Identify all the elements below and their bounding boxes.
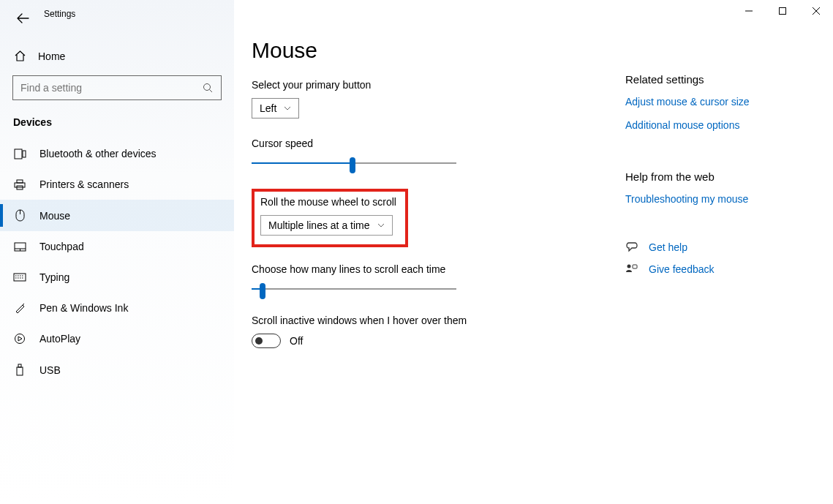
search-input[interactable] — [20, 82, 195, 94]
svg-rect-7 — [23, 151, 26, 157]
scroll-mode-dropdown[interactable]: Multiple lines at a time — [260, 215, 393, 236]
svg-rect-23 — [633, 265, 637, 268]
cursor-speed-label: Cursor speed — [252, 138, 625, 149]
get-help-row[interactable]: Get help — [625, 241, 808, 253]
sidebar-item-label: AutoPlay — [39, 333, 80, 345]
give-feedback-row[interactable]: Give feedback — [625, 263, 808, 275]
lines-block: Choose how many lines to scroll each tim… — [252, 263, 625, 296]
sidebar-item-label: USB — [39, 364, 61, 376]
primary-button-label: Select your primary button — [252, 79, 625, 91]
autoplay-icon — [13, 333, 26, 345]
svg-rect-16 — [14, 274, 26, 281]
search-icon — [203, 83, 214, 94]
sidebar-item-label: Pen & Windows Ink — [39, 302, 128, 314]
search-box[interactable] — [12, 75, 222, 100]
svg-rect-21 — [17, 367, 23, 375]
get-help-link[interactable]: Get help — [649, 241, 687, 253]
chevron-down-icon — [377, 223, 385, 227]
feedback-icon — [625, 263, 638, 275]
help-heading: Help from the web — [625, 170, 808, 183]
related-heading: Related settings — [625, 73, 808, 86]
back-button[interactable] — [0, 0, 32, 32]
sidebar-item-label: Bluetooth & other devices — [39, 148, 157, 159]
sidebar-item-mouse[interactable]: Mouse — [0, 200, 234, 231]
app-title: Settings — [44, 9, 75, 19]
sidebar-item-autoplay[interactable]: AutoPlay — [0, 323, 234, 354]
inactive-label: Scroll inactive windows when I hover ove… — [252, 315, 625, 326]
primary-button-dropdown[interactable]: Left — [252, 98, 299, 119]
main-area: Mouse Select your primary button Left Cu… — [234, 0, 833, 504]
printer-icon — [13, 179, 26, 190]
inactive-block: Scroll inactive windows when I hover ove… — [252, 315, 625, 348]
sidebar-item-pen[interactable]: Pen & Windows Ink — [0, 293, 234, 323]
pen-icon — [13, 302, 26, 314]
sidebar-item-label: Printers & scanners — [39, 178, 129, 190]
lines-label: Choose how many lines to scroll each tim… — [252, 263, 625, 275]
touchpad-icon — [13, 242, 26, 252]
page-title: Mouse — [252, 38, 625, 63]
svg-point-22 — [627, 265, 631, 268]
svg-line-5 — [210, 89, 213, 92]
dropdown-value: Left — [260, 102, 276, 114]
sidebar: Settings Home Devices Bluetooth & other … — [0, 0, 234, 504]
home-label: Home — [38, 50, 65, 62]
sidebar-item-label: Typing — [39, 271, 69, 283]
usb-icon — [13, 364, 26, 376]
sidebar-item-printers[interactable]: Printers & scanners — [0, 169, 234, 200]
cursor-speed-slider[interactable] — [252, 157, 456, 170]
sidebar-item-label: Touchpad — [39, 241, 84, 252]
svg-point-4 — [204, 83, 211, 90]
primary-button-block: Select your primary button Left — [252, 79, 625, 119]
link-adjust-mouse-size[interactable]: Adjust mouse & cursor size — [625, 96, 808, 108]
link-troubleshoot[interactable]: Troubleshooting my mouse — [625, 193, 808, 205]
svg-rect-6 — [15, 149, 22, 159]
get-help-icon — [625, 241, 638, 253]
link-additional-options[interactable]: Additional mouse options — [625, 119, 808, 131]
toggle-state: Off — [290, 335, 303, 347]
keyboard-icon — [13, 273, 26, 282]
inactive-toggle[interactable] — [252, 334, 281, 348]
sidebar-section: Devices — [0, 100, 234, 132]
sidebar-item-bluetooth[interactable]: Bluetooth & other devices — [0, 138, 234, 169]
chevron-down-icon — [284, 106, 291, 110]
sidebar-item-usb[interactable]: USB — [0, 354, 234, 385]
svg-rect-8 — [17, 180, 23, 183]
sidebar-item-touchpad[interactable]: Touchpad — [0, 231, 234, 262]
svg-rect-20 — [18, 364, 21, 367]
nav-list: Bluetooth & other devices Printers & sca… — [0, 138, 234, 385]
lines-slider[interactable] — [252, 282, 456, 296]
svg-rect-9 — [15, 183, 25, 187]
devices-icon — [13, 148, 26, 159]
cursor-speed-block: Cursor speed — [252, 138, 625, 170]
home-icon — [13, 50, 26, 62]
dropdown-value: Multiple lines at a time — [268, 219, 370, 231]
home-button[interactable]: Home — [0, 42, 234, 69]
mouse-icon — [13, 209, 26, 222]
give-feedback-link[interactable]: Give feedback — [649, 263, 715, 275]
sidebar-item-typing[interactable]: Typing — [0, 262, 234, 293]
svg-point-19 — [15, 334, 25, 344]
right-pane: Related settings Adjust mouse & cursor s… — [625, 0, 815, 504]
scroll-mode-label: Roll the mouse wheel to scroll — [260, 196, 396, 208]
sidebar-item-label: Mouse — [39, 210, 70, 222]
highlight-annotation: Roll the mouse wheel to scroll Multiple … — [252, 189, 408, 247]
